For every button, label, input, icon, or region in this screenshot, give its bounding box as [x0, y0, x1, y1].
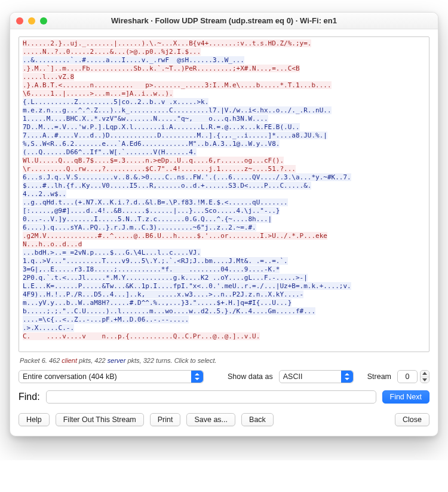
- stream-line[interactable]: Wl.U.....Q...qB.7$....$=.3.....n.>eDp..U…: [23, 157, 284, 164]
- stream-line[interactable]: .>.X.....C.-.: [23, 324, 74, 332]
- stream-line[interactable]: H......2.}..uj._.......|......).\.~...X.…: [23, 39, 311, 47]
- status-mid1: pkts, 422: [77, 357, 108, 364]
- stream-line[interactable]: .}.A.B.T.<.......n.......... p>......._.…: [23, 81, 332, 89]
- conversation-select-input[interactable]: Entire conversation (404 kB): [19, 370, 204, 383]
- find-next-button[interactable]: Find Next: [382, 390, 430, 404]
- stream-line[interactable]: ..&.........`..#.....a...I....v._.rwF @s…: [23, 56, 244, 64]
- minimize-icon[interactable]: [28, 17, 35, 25]
- stream-line[interactable]: N...h..o..d...d: [23, 240, 82, 248]
- back-button[interactable]: Back: [241, 413, 274, 426]
- close-icon[interactable]: [16, 17, 23, 25]
- save-as-button[interactable]: Save as...: [186, 413, 235, 426]
- conversation-select[interactable]: Entire conversation (404 kB): [19, 370, 204, 383]
- content-area: H......2.}..uj._.......|......).\.~...X.…: [10, 29, 438, 436]
- stream-line[interactable]: .....N..?..0.....2....&...(>@..p0..%j2.I…: [23, 48, 201, 56]
- status-client-word: client: [62, 357, 77, 364]
- stream-line[interactable]: 6...s.J.q..V.S.........v..8.&.>0....C..n…: [23, 173, 351, 181]
- stream-up-button[interactable]: [421, 371, 429, 377]
- stream-line[interactable]: .....l...vZ.8: [23, 73, 74, 81]
- stream-line[interactable]: \r.........Q..rw...,?..........$C.7"..4!…: [23, 165, 296, 173]
- stream-line[interactable]: L.E...K=......P.....&Tw...&K..1p.I....fp…: [23, 282, 351, 290]
- print-button[interactable]: Print: [150, 413, 181, 426]
- stream-line[interactable]: [:.....,@9#]....d..4!..&B......$......|.…: [23, 207, 280, 215]
- stream-line[interactable]: b.....;.;."..C.U.....)..l.......m...wo..…: [23, 307, 315, 315]
- stream-line[interactable]: ...bdH.>..= =2vN.p....$...G.\4L...l..c..…: [23, 249, 201, 256]
- stream-line[interactable]: 3=G|,..E.....r3.I8.....;...........*f. .…: [23, 265, 280, 273]
- stream-line[interactable]: 6....).q....sYA..PQ..}.r.J.m..C.3)......…: [23, 224, 256, 231]
- show-as-label: Show data as: [228, 372, 273, 381]
- status-line: Packet 6. 462 client pkts, 422 server pk…: [20, 357, 428, 364]
- stream-line[interactable]: 1.q..>V...".........T....v9...5\.Y.;.`.<…: [23, 257, 288, 265]
- dialog-window: Wireshark · Follow UDP Stream (udp.strea…: [10, 12, 438, 436]
- stream-line[interactable]: 4...2..w$..: [23, 190, 66, 198]
- window-title: Wireshark · Follow UDP Stream (udp.strea…: [10, 16, 438, 25]
- zoom-icon[interactable]: [40, 17, 47, 25]
- show-as-select[interactable]: ASCII: [279, 370, 354, 383]
- stream-line[interactable]: 0...-..V.]y.......I.....5.N..T.z.c......…: [23, 215, 272, 223]
- stream-line[interactable]: ....=\c{..<..Z..-...pF.+M..D.06..-.--...…: [23, 316, 189, 323]
- stream-line[interactable]: 7....A..#....V...d..)D............D.....…: [23, 132, 327, 139]
- stream-value-input[interactable]: [397, 370, 418, 383]
- stream-spin: [420, 370, 429, 383]
- stream-line[interactable]: 7D..M...=.V...'w.P.].Lqp.X.l.......i.A..…: [23, 123, 300, 131]
- stream-down-button[interactable]: [421, 377, 429, 383]
- titlebar: Wireshark · Follow UDP Stream (udp.strea…: [10, 13, 438, 29]
- stream-line[interactable]: %,S..W<R..6.2.......e...`A.Ed6..........…: [23, 140, 280, 148]
- stream-line[interactable]: C. ....v....v n...p.{...........Q..C.Pr.…: [23, 332, 260, 340]
- stream-line[interactable]: {.L..........Z.........5|co..2..b..v .x.…: [23, 98, 208, 106]
- filter-out-button[interactable]: Filter Out This Stream: [56, 413, 144, 426]
- stream-line[interactable]: .g2M.V.............#..^.....@..B6.U...h.…: [23, 232, 327, 240]
- stream-text[interactable]: H......2.}..uj._.......|......).\.~...X.…: [19, 36, 429, 352]
- show-as-select-input[interactable]: ASCII: [279, 370, 354, 383]
- status-suffix: pkts, 322 turns. Click to select.: [125, 357, 216, 364]
- stream-line[interactable]: 4F9)..H.!..P./R...D5..4...]..k, .....x.w…: [23, 291, 303, 298]
- close-button[interactable]: Close: [395, 413, 429, 426]
- status-prefix: Packet 6. 462: [20, 357, 62, 364]
- options-row: Entire conversation (404 kB) Show data a…: [19, 370, 429, 383]
- stream-label: Stream: [367, 372, 391, 381]
- stream-line[interactable]: .}.M..`]..m....Fb...........Sb..k.`.~T..…: [23, 65, 300, 72]
- traffic-lights: [16, 17, 47, 25]
- find-input[interactable]: [46, 390, 376, 404]
- find-row: Find: Find Next: [19, 390, 429, 404]
- stream-line[interactable]: 2P0.q.`.t.<...Jl.....*.M.Y............g.…: [23, 274, 308, 282]
- stream-line[interactable]: $....#..lh.{f..Ky...V0.....I5...R,......…: [23, 182, 311, 190]
- stream-line[interactable]: ..g..qHd.t...(+.N7.X..K.i.?.d..&l.B=.\P.…: [23, 198, 288, 206]
- help-button[interactable]: Help: [19, 413, 50, 426]
- button-row: Help Filter Out This Stream Print Save a…: [19, 413, 429, 426]
- stream-stepper[interactable]: [397, 370, 429, 383]
- status-server-word: server: [108, 357, 126, 364]
- find-label: Find:: [19, 392, 40, 402]
- stream-line[interactable]: (...Q......D66^..If"..W[.`.......V(H....…: [23, 148, 197, 156]
- stream-line[interactable]: m.e.z.n...g...^.^.Z...)..k_..........C..…: [23, 106, 332, 114]
- stream-line[interactable]: m...yV.y...b..W..aM8H?.....#.D^^.%..,...…: [23, 299, 291, 307]
- stream-line[interactable]: \6.....1..|......>...m...=]A..i..w..).: [23, 90, 173, 97]
- stream-line[interactable]: 1.....M....BHC.X..*.vzV"&w.......N....."…: [23, 115, 268, 123]
